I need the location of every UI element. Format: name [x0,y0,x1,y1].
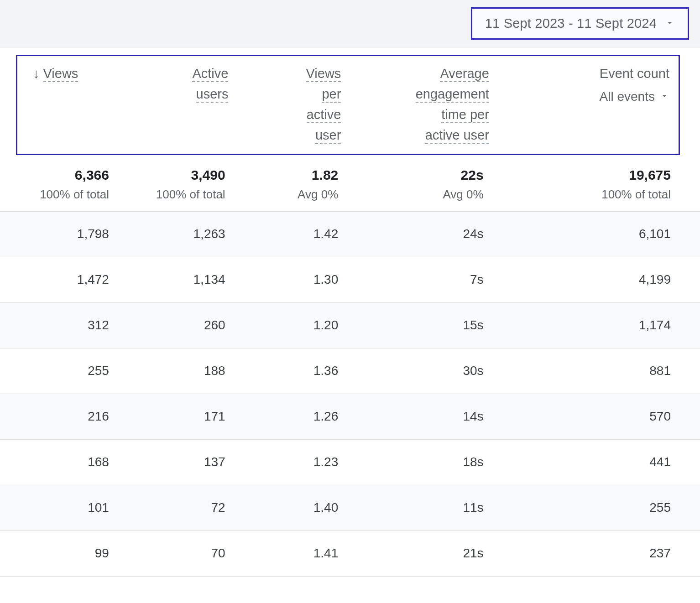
column-header-active-users[interactable]: Active users [106,63,228,146]
cell-views: 1,472 [25,272,109,287]
cell-views-per-active: 1.30 [225,272,339,287]
cell-avg-engagement: 21s [338,546,483,561]
chevron-down-icon [665,16,675,31]
cell-avg-engagement: 7s [338,272,483,287]
table-row: 255 188 1.36 30s 881 [0,348,700,394]
column-label-l2: engagement [416,87,489,103]
cell-avg-engagement: 14s [338,409,483,424]
cell-views-per-active: 1.42 [225,227,339,241]
spacer [0,577,700,603]
column-label-l1: Average [440,66,489,82]
cell-avg-engagement: 30s [338,364,483,378]
total-active-users: 3,490100% of total [109,167,225,202]
cell-event-count: 441 [484,455,671,469]
column-label-l2: users [196,87,229,103]
total-views: 6,366100% of total [25,167,109,202]
column-header-views[interactable]: ↓Views [26,63,106,146]
column-label-l2: per [322,87,341,103]
table-totals-row: 6,366100% of total 3,490100% of total 1.… [0,155,700,212]
column-label: Event count [600,63,669,84]
cell-views-per-active: 1.20 [225,318,339,333]
cell-event-count: 1,174 [484,318,671,333]
table-row: 168 137 1.23 18s 441 [0,440,700,485]
cell-active-users: 171 [109,409,225,424]
column-header-views-per-active-user[interactable]: Views per active user [228,63,341,146]
cell-active-users: 1,134 [109,272,225,287]
cell-views-per-active: 1.41 [225,546,339,561]
cell-active-users: 70 [109,546,225,561]
table-row: 99 70 1.41 21s 237 [0,531,700,577]
cell-views-per-active: 1.23 [225,455,339,469]
column-label-l4: user [315,128,341,144]
cell-avg-engagement: 15s [338,318,483,333]
cell-avg-engagement: 11s [338,500,483,515]
date-range-picker[interactable]: 11 Sept 2023 - 11 Sept 2024 [471,7,689,40]
total-event-count: 19,675100% of total [484,167,671,202]
total-views-per-active: 1.82Avg 0% [225,167,339,202]
cell-views: 312 [25,318,109,333]
cell-views: 168 [25,455,109,469]
table-row: 101 72 1.40 11s 255 [0,485,700,531]
table-row: 312 260 1.20 15s 1,174 [0,303,700,348]
table-row: 1,798 1,263 1.42 24s 6,101 [0,212,700,257]
cell-event-count: 6,101 [484,227,671,241]
cell-event-count: 881 [484,364,671,378]
column-label-l1: Active [192,66,228,82]
cell-active-users: 1,263 [109,227,225,241]
cell-views: 99 [25,546,109,561]
toolbar: 11 Sept 2023 - 11 Sept 2024 [0,0,700,47]
column-header-avg-engagement[interactable]: Average engagement time per active user [341,63,489,146]
column-label-l1: Views [306,66,341,82]
event-filter-label: All events [600,87,655,106]
table-row: 1,472 1,134 1.30 7s 4,199 [0,257,700,303]
table-row: 216 171 1.26 14s 570 [0,394,700,440]
chevron-down-icon [659,87,669,106]
cell-event-count: 237 [484,546,671,561]
cell-views: 216 [25,409,109,424]
cell-event-count: 4,199 [484,272,671,287]
cell-avg-engagement: 18s [338,455,483,469]
sort-descending-icon: ↓ [33,66,40,81]
table-header: ↓Views Active users Views per active use… [16,55,680,155]
cell-avg-engagement: 24s [338,227,483,241]
cell-event-count: 570 [484,409,671,424]
date-range-label: 11 Sept 2023 - 11 Sept 2024 [485,16,657,31]
event-count-filter[interactable]: All events [600,87,669,106]
column-label-l3: active [307,107,341,123]
column-header-event-count[interactable]: Event count All events [489,63,669,146]
table-body: 6,366100% of total 3,490100% of total 1.… [0,155,700,577]
cell-event-count: 255 [484,500,671,515]
column-label: Views [43,66,78,82]
total-avg-engagement: 22sAvg 0% [338,167,483,202]
cell-views: 255 [25,364,109,378]
cell-views: 101 [25,500,109,515]
cell-views-per-active: 1.36 [225,364,339,378]
cell-views-per-active: 1.26 [225,409,339,424]
column-label-l3: time per [441,107,489,123]
cell-active-users: 260 [109,318,225,333]
cell-active-users: 137 [109,455,225,469]
cell-views-per-active: 1.40 [225,500,339,515]
column-label-l4: active user [425,128,489,144]
table-container: ↓Views Active users Views per active use… [0,47,700,603]
cell-active-users: 72 [109,500,225,515]
cell-views: 1,798 [25,227,109,241]
cell-active-users: 188 [109,364,225,378]
